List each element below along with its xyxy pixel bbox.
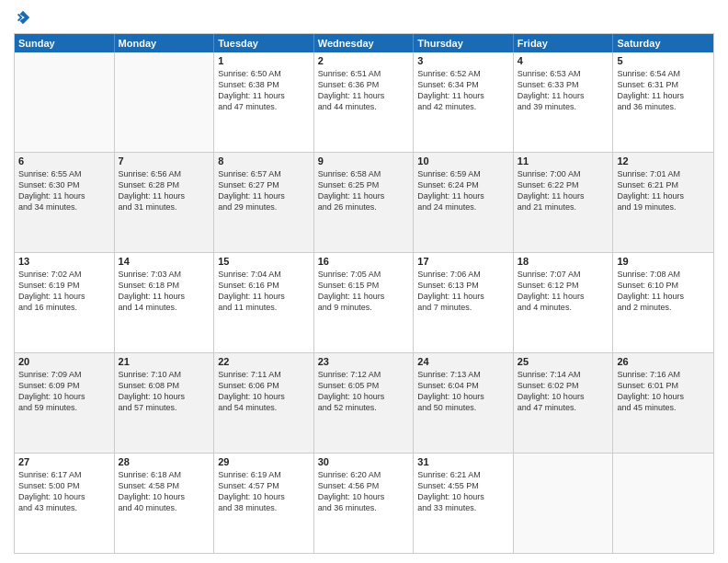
day-info: Sunrise: 6:59 AM Sunset: 6:24 PM Dayligh… [417, 168, 509, 213]
day-info: Sunrise: 7:08 AM Sunset: 6:10 PM Dayligh… [617, 269, 710, 314]
day-number: 28 [119, 456, 210, 467]
day-info: Sunrise: 6:57 AM Sunset: 6:27 PM Dayligh… [218, 168, 310, 213]
calendar-cell: 14Sunrise: 7:03 AM Sunset: 6:18 PM Dayli… [115, 253, 215, 352]
calendar: SundayMondayTuesdayWednesdayThursdayFrid… [14, 33, 714, 554]
calendar-cell: 9Sunrise: 6:58 AM Sunset: 6:25 PM Daylig… [314, 153, 415, 252]
calendar-cell: 4Sunrise: 6:53 AM Sunset: 6:33 PM Daylig… [514, 52, 614, 152]
day-number: 15 [218, 256, 310, 267]
day-info: Sunrise: 7:12 AM Sunset: 6:05 PM Dayligh… [318, 369, 410, 414]
day-number: 26 [617, 356, 710, 367]
calendar-cell: 23Sunrise: 7:12 AM Sunset: 6:05 PM Dayli… [314, 353, 415, 453]
header-day: Thursday [414, 34, 514, 52]
day-number: 4 [518, 55, 609, 66]
calendar-cell [613, 454, 713, 553]
calendar-cell: 21Sunrise: 7:10 AM Sunset: 6:08 PM Dayli… [115, 353, 215, 453]
calendar-cell: 3Sunrise: 6:52 AM Sunset: 6:34 PM Daylig… [414, 52, 514, 152]
day-number: 1 [218, 55, 310, 66]
day-info: Sunrise: 6:17 AM Sunset: 5:00 PM Dayligh… [18, 469, 110, 514]
calendar-cell: 19Sunrise: 7:08 AM Sunset: 6:10 PM Dayli… [613, 253, 713, 352]
calendar-cell: 22Sunrise: 7:11 AM Sunset: 6:06 PM Dayli… [214, 353, 314, 453]
day-number: 6 [18, 155, 110, 167]
logo-icon [15, 9, 31, 26]
day-number: 24 [417, 356, 509, 367]
day-number: 14 [119, 256, 210, 267]
calendar-cell: 24Sunrise: 7:13 AM Sunset: 6:04 PM Dayli… [414, 353, 514, 453]
calendar-header: SundayMondayTuesdayWednesdayThursdayFrid… [15, 34, 713, 52]
day-info: Sunrise: 6:51 AM Sunset: 6:36 PM Dayligh… [318, 68, 410, 113]
day-info: Sunrise: 7:10 AM Sunset: 6:08 PM Dayligh… [119, 369, 210, 414]
calendar-row: 6Sunrise: 6:55 AM Sunset: 6:30 PM Daylig… [15, 152, 713, 252]
day-number: 20 [18, 356, 110, 367]
day-number: 27 [18, 456, 110, 467]
calendar-cell: 20Sunrise: 7:09 AM Sunset: 6:09 PM Dayli… [15, 353, 115, 453]
day-info: Sunrise: 6:21 AM Sunset: 4:55 PM Dayligh… [417, 469, 509, 514]
calendar-cell: 2Sunrise: 6:51 AM Sunset: 6:36 PM Daylig… [314, 52, 415, 152]
calendar-cell [514, 454, 614, 553]
day-number: 23 [318, 356, 410, 367]
day-info: Sunrise: 6:20 AM Sunset: 4:56 PM Dayligh… [318, 469, 410, 514]
day-number: 12 [617, 155, 710, 167]
day-info: Sunrise: 6:55 AM Sunset: 6:30 PM Dayligh… [18, 168, 110, 213]
day-info: Sunrise: 6:19 AM Sunset: 4:57 PM Dayligh… [218, 469, 310, 514]
calendar-row: 13Sunrise: 7:02 AM Sunset: 6:19 PM Dayli… [15, 252, 713, 352]
calendar-cell: 18Sunrise: 7:07 AM Sunset: 6:12 PM Dayli… [514, 253, 614, 352]
day-info: Sunrise: 7:16 AM Sunset: 6:01 PM Dayligh… [617, 369, 710, 414]
page: SundayMondayTuesdayWednesdayThursdayFrid… [0, 0, 728, 563]
day-number: 25 [518, 356, 609, 367]
day-info: Sunrise: 6:53 AM Sunset: 6:33 PM Dayligh… [518, 68, 609, 113]
header-day: Tuesday [214, 34, 314, 52]
calendar-cell: 6Sunrise: 6:55 AM Sunset: 6:30 PM Daylig… [15, 153, 115, 252]
day-number: 9 [318, 155, 410, 167]
day-info: Sunrise: 6:56 AM Sunset: 6:28 PM Dayligh… [119, 168, 210, 213]
day-info: Sunrise: 7:02 AM Sunset: 6:19 PM Dayligh… [18, 269, 110, 314]
header-day: Friday [514, 34, 614, 52]
calendar-cell: 13Sunrise: 7:02 AM Sunset: 6:19 PM Dayli… [15, 253, 115, 352]
calendar-cell: 26Sunrise: 7:16 AM Sunset: 6:01 PM Dayli… [613, 353, 713, 453]
calendar-cell: 7Sunrise: 6:56 AM Sunset: 6:28 PM Daylig… [115, 153, 215, 252]
day-number: 3 [417, 55, 509, 66]
day-number: 17 [417, 256, 509, 267]
header [14, 9, 714, 26]
day-info: Sunrise: 7:14 AM Sunset: 6:02 PM Dayligh… [518, 369, 609, 414]
day-info: Sunrise: 6:18 AM Sunset: 4:58 PM Dayligh… [119, 469, 210, 514]
calendar-cell: 28Sunrise: 6:18 AM Sunset: 4:58 PM Dayli… [115, 454, 215, 553]
calendar-row: 27Sunrise: 6:17 AM Sunset: 5:00 PM Dayli… [15, 453, 713, 553]
day-number: 13 [18, 256, 110, 267]
day-info: Sunrise: 6:54 AM Sunset: 6:31 PM Dayligh… [617, 68, 710, 113]
day-info: Sunrise: 6:50 AM Sunset: 6:38 PM Dayligh… [218, 68, 310, 113]
calendar-cell: 29Sunrise: 6:19 AM Sunset: 4:57 PM Dayli… [214, 454, 314, 553]
header-day: Sunday [15, 34, 115, 52]
day-info: Sunrise: 7:01 AM Sunset: 6:21 PM Dayligh… [617, 168, 710, 213]
calendar-cell: 15Sunrise: 7:04 AM Sunset: 6:16 PM Dayli… [214, 253, 314, 352]
header-day: Monday [115, 34, 215, 52]
day-number: 22 [218, 356, 310, 367]
calendar-cell: 31Sunrise: 6:21 AM Sunset: 4:55 PM Dayli… [414, 454, 514, 553]
day-number: 5 [617, 55, 710, 66]
calendar-cell: 5Sunrise: 6:54 AM Sunset: 6:31 PM Daylig… [613, 52, 713, 152]
day-number: 7 [119, 155, 210, 167]
day-number: 21 [119, 356, 210, 367]
day-info: Sunrise: 7:09 AM Sunset: 6:09 PM Dayligh… [18, 369, 110, 414]
day-info: Sunrise: 7:00 AM Sunset: 6:22 PM Dayligh… [518, 168, 609, 213]
calendar-cell: 8Sunrise: 6:57 AM Sunset: 6:27 PM Daylig… [214, 153, 314, 252]
calendar-cell: 1Sunrise: 6:50 AM Sunset: 6:38 PM Daylig… [214, 52, 314, 152]
calendar-cell: 17Sunrise: 7:06 AM Sunset: 6:13 PM Dayli… [414, 253, 514, 352]
day-number: 10 [417, 155, 509, 167]
calendar-cell: 30Sunrise: 6:20 AM Sunset: 4:56 PM Dayli… [314, 454, 415, 553]
day-info: Sunrise: 7:13 AM Sunset: 6:04 PM Dayligh… [417, 369, 509, 414]
calendar-cell: 25Sunrise: 7:14 AM Sunset: 6:02 PM Dayli… [514, 353, 614, 453]
calendar-row: 20Sunrise: 7:09 AM Sunset: 6:09 PM Dayli… [15, 352, 713, 453]
day-number: 2 [318, 55, 410, 66]
calendar-row: 1Sunrise: 6:50 AM Sunset: 6:38 PM Daylig… [15, 52, 713, 152]
calendar-cell: 27Sunrise: 6:17 AM Sunset: 5:00 PM Dayli… [15, 454, 115, 553]
day-info: Sunrise: 7:04 AM Sunset: 6:16 PM Dayligh… [218, 269, 310, 314]
day-number: 19 [617, 256, 710, 267]
day-number: 11 [518, 155, 609, 167]
day-info: Sunrise: 7:03 AM Sunset: 6:18 PM Dayligh… [119, 269, 210, 314]
day-number: 8 [218, 155, 310, 167]
day-number: 29 [218, 456, 310, 467]
calendar-cell: 16Sunrise: 7:05 AM Sunset: 6:15 PM Dayli… [314, 253, 415, 352]
day-number: 30 [318, 456, 410, 467]
logo-text [14, 9, 32, 26]
calendar-body: 1Sunrise: 6:50 AM Sunset: 6:38 PM Daylig… [15, 52, 713, 553]
